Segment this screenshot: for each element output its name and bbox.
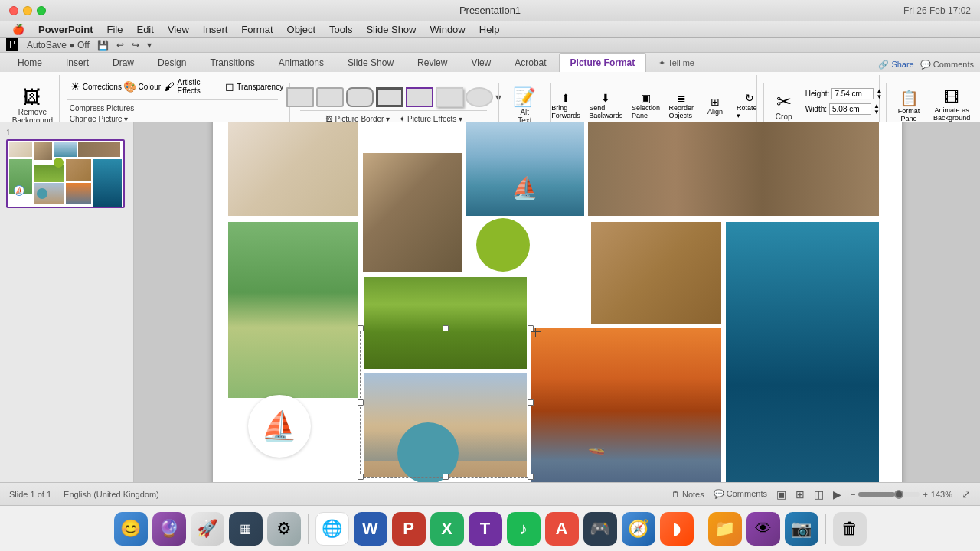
app-menu[interactable]: PowerPoint bbox=[32, 22, 100, 37]
handle-ml[interactable] bbox=[358, 399, 364, 406]
slide-canvas[interactable]: ⛵ 🚤 bbox=[213, 122, 902, 482]
dock-spotify[interactable]: ♪ bbox=[507, 512, 541, 546]
comments-btn[interactable]: 💬 Comments bbox=[714, 489, 767, 499]
dock-excel[interactable]: X bbox=[430, 512, 464, 546]
shape-circle-teal[interactable] bbox=[397, 422, 459, 482]
artistic-effects-btn[interactable]: 🖌 Artistic Effects bbox=[161, 77, 219, 96]
picture-style-7[interactable] bbox=[466, 87, 493, 107]
tab-view[interactable]: View bbox=[459, 53, 502, 72]
handle-bl[interactable] bbox=[358, 474, 364, 480]
width-input[interactable] bbox=[829, 103, 871, 115]
dock-finder[interactable]: 😊 bbox=[114, 512, 148, 546]
view-normal-btn[interactable]: ▣ bbox=[776, 488, 786, 500]
more-qa[interactable]: ▾ bbox=[145, 39, 154, 51]
transparency-btn[interactable]: ◻ Transparency bbox=[222, 79, 277, 94]
image-grass[interactable] bbox=[364, 277, 527, 369]
align-btn[interactable]: ⊞ Align bbox=[700, 94, 730, 117]
fit-slide-btn[interactable]: ⤢ bbox=[962, 488, 971, 500]
insert-menu[interactable]: Insert bbox=[197, 22, 234, 37]
tab-transitions[interactable]: Transitions bbox=[198, 53, 266, 72]
tab-tell-me[interactable]: ✦ Tell me bbox=[647, 54, 706, 72]
dock-arc[interactable]: ◗ bbox=[660, 512, 694, 546]
help-menu[interactable]: Help bbox=[473, 22, 506, 37]
file-menu[interactable]: File bbox=[101, 22, 129, 37]
tab-draw[interactable]: Draw bbox=[101, 53, 145, 72]
dock-chrome[interactable]: 🌐 bbox=[315, 512, 349, 546]
image-sailboat-water[interactable]: ⛵ bbox=[466, 122, 584, 216]
view-menu[interactable]: View bbox=[162, 22, 195, 37]
dock-finder2[interactable]: 📁 bbox=[708, 512, 742, 546]
view-slide-show-btn[interactable]: ▶ bbox=[833, 488, 841, 500]
dock-mission-control[interactable]: ▦ bbox=[229, 512, 263, 546]
dock-launchpad[interactable]: 🚀 bbox=[191, 512, 224, 546]
dock-powerpoint[interactable]: P bbox=[392, 512, 426, 546]
window-menu[interactable]: Window bbox=[424, 22, 472, 37]
save-button[interactable]: 💾 bbox=[95, 39, 111, 51]
handle-tl[interactable] bbox=[358, 325, 364, 331]
minimize-button[interactable] bbox=[23, 6, 32, 15]
picture-style-1[interactable] bbox=[286, 87, 314, 107]
shape-circle-green[interactable] bbox=[476, 218, 530, 272]
share-button[interactable]: 🔗 Share bbox=[878, 60, 913, 70]
close-button[interactable] bbox=[9, 6, 18, 15]
dock-word[interactable]: W bbox=[354, 512, 387, 546]
dock-system-preferences[interactable]: ⚙ bbox=[267, 512, 301, 546]
bring-forwards-btn[interactable]: ⬆ BringForwards bbox=[548, 90, 583, 121]
image-beach-sunset[interactable]: 🚤 bbox=[531, 328, 721, 482]
tab-insert[interactable]: Insert bbox=[54, 53, 100, 72]
zoom-slider[interactable] bbox=[858, 492, 920, 497]
fullscreen-button[interactable] bbox=[37, 6, 46, 15]
tab-review[interactable]: Review bbox=[406, 53, 459, 72]
remove-background-btn[interactable]: 🖼 RemoveBackground bbox=[8, 83, 57, 128]
edit-menu[interactable]: Edit bbox=[130, 22, 159, 37]
autosave-toggle[interactable]: AutoSave ● Off bbox=[24, 39, 92, 51]
slideshow-menu[interactable]: Slide Show bbox=[360, 22, 422, 37]
dock-preview[interactable]: 👁 bbox=[746, 512, 780, 546]
dock-app1[interactable]: 🎮 bbox=[583, 512, 617, 546]
picture-style-6[interactable] bbox=[436, 87, 463, 107]
tab-acrobat[interactable]: Acrobat bbox=[503, 53, 557, 72]
image-rope[interactable] bbox=[591, 222, 721, 324]
tools-menu[interactable]: Tools bbox=[323, 22, 358, 37]
selection-pane-btn[interactable]: ▣ SelectionPane bbox=[629, 90, 663, 121]
redo-button[interactable]: ↪ bbox=[129, 39, 142, 51]
dock-teams[interactable]: T bbox=[469, 512, 502, 546]
zoom-out-btn[interactable]: − bbox=[851, 490, 855, 499]
shape-sailboat-icon[interactable]: ⛵ bbox=[248, 395, 311, 458]
send-backwards-btn[interactable]: ⬇ SendBackwards bbox=[586, 90, 626, 121]
height-spinner[interactable]: ▲ ▼ bbox=[876, 88, 882, 100]
notes-btn[interactable]: 🗒 Notes bbox=[671, 490, 704, 499]
height-input[interactable] bbox=[831, 88, 874, 99]
dock-app2[interactable]: 📷 bbox=[785, 512, 818, 546]
reorder-objects-btn[interactable]: ≣ ReorderObjects bbox=[666, 90, 697, 121]
comments-tab-btn[interactable]: 💬 Comments bbox=[920, 60, 974, 70]
zoom-thumb[interactable] bbox=[894, 490, 903, 499]
tab-home[interactable]: Home bbox=[6, 53, 54, 72]
picture-style-4[interactable] bbox=[376, 87, 403, 107]
image-knit[interactable] bbox=[228, 122, 358, 216]
tab-design[interactable]: Design bbox=[146, 53, 198, 72]
view-grid-btn[interactable]: ⊞ bbox=[795, 488, 805, 500]
image-wave[interactable] bbox=[726, 222, 879, 482]
picture-style-5[interactable] bbox=[406, 87, 433, 107]
compress-pictures-btn[interactable]: Compress Pictures bbox=[67, 103, 278, 113]
dock-safari[interactable]: 🧭 bbox=[622, 512, 655, 546]
apple-menu[interactable]: 🍎 bbox=[6, 22, 31, 37]
slide-thumbnail[interactable]: ⛵ bbox=[6, 139, 125, 208]
tab-slideshow[interactable]: Slide Show bbox=[336, 53, 405, 72]
width-spinner[interactable]: ▲ ▼ bbox=[874, 103, 880, 116]
crop-btn[interactable]: ✂ Crop bbox=[767, 88, 801, 124]
zoom-in-btn[interactable]: + bbox=[923, 490, 927, 499]
animate-as-bg-btn[interactable]: 🎞 Animate asBackground bbox=[929, 86, 975, 126]
picture-style-2[interactable] bbox=[316, 87, 344, 107]
colour-btn[interactable]: 🎨 Colour bbox=[120, 79, 158, 94]
image-shells[interactable] bbox=[363, 153, 462, 272]
picture-style-3[interactable] bbox=[346, 87, 374, 107]
format-menu[interactable]: Format bbox=[235, 22, 279, 37]
object-menu[interactable]: Object bbox=[281, 22, 322, 37]
format-pane-btn[interactable]: 📋 FormatPane bbox=[892, 86, 926, 126]
tab-picture-format[interactable]: Picture Format bbox=[559, 53, 647, 72]
tab-animations[interactable]: Animations bbox=[267, 53, 335, 72]
view-reading-btn[interactable]: ◫ bbox=[814, 488, 824, 500]
alt-text-btn[interactable]: 📝 AltText bbox=[508, 83, 541, 128]
